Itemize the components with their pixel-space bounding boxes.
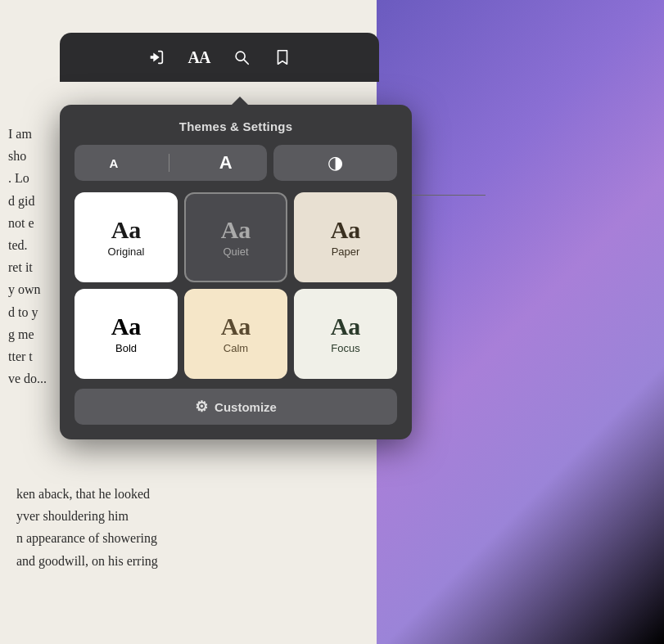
- arrow-line-bar: [412, 195, 486, 196]
- contrast-icon: ◑: [327, 152, 343, 173]
- themes-settings-panel: Themes & Settings A A ◑ Aa Original Aa Q…: [60, 105, 412, 439]
- theme-calm-label: Calm: [224, 342, 248, 354]
- theme-quiet-aa: Aa: [221, 218, 251, 242]
- arrow-indicator: [412, 195, 486, 196]
- font-size-icon[interactable]: AA: [188, 48, 210, 67]
- svg-point-0: [237, 52, 246, 61]
- theme-focus-label: Focus: [331, 342, 359, 354]
- controls-row: A A ◑: [75, 145, 397, 181]
- customize-label: Customize: [215, 400, 277, 414]
- theme-focus-aa: Aa: [331, 314, 361, 339]
- theme-original[interactable]: Aa Original: [75, 192, 178, 282]
- bookmark-icon[interactable]: [273, 48, 291, 66]
- theme-calm[interactable]: Aa Calm: [184, 289, 287, 379]
- reader-toolbar: AA: [60, 33, 379, 82]
- theme-paper-label: Paper: [332, 245, 360, 258]
- reader-text-bottom: ken aback, that he looked yver shoulderi…: [0, 483, 377, 572]
- right-background: [377, 0, 664, 644]
- theme-original-aa: Aa: [111, 218, 142, 242]
- svg-line-1: [245, 60, 249, 64]
- separator: [169, 154, 169, 172]
- theme-quiet[interactable]: Aa Quiet: [184, 192, 287, 282]
- theme-original-label: Original: [108, 245, 145, 258]
- search-icon[interactable]: [233, 48, 251, 66]
- contrast-button[interactable]: ◑: [273, 145, 397, 181]
- customize-button[interactable]: ⚙ Customize: [75, 389, 397, 425]
- theme-calm-aa: Aa: [221, 314, 251, 339]
- theme-paper[interactable]: Aa Paper: [294, 192, 397, 282]
- share-icon[interactable]: [147, 48, 165, 66]
- theme-paper-aa: Aa: [331, 218, 361, 242]
- font-increase-button[interactable]: A: [219, 152, 233, 173]
- gear-icon: ⚙: [195, 398, 208, 416]
- reader-text-left: I am sho . Lo d gid not e ted. ret it y …: [0, 123, 60, 390]
- theme-bold[interactable]: Aa Bold: [75, 289, 178, 379]
- theme-bold-aa: Aa: [111, 314, 142, 339]
- theme-quiet-label: Quiet: [223, 245, 248, 258]
- themes-grid: Aa Original Aa Quiet Aa Paper Aa Bold Aa…: [75, 192, 397, 379]
- font-size-group: A A: [75, 145, 267, 181]
- theme-focus[interactable]: Aa Focus: [294, 289, 397, 379]
- theme-bold-label: Bold: [115, 342, 137, 354]
- font-decrease-button[interactable]: A: [110, 156, 119, 170]
- panel-title: Themes & Settings: [75, 119, 397, 133]
